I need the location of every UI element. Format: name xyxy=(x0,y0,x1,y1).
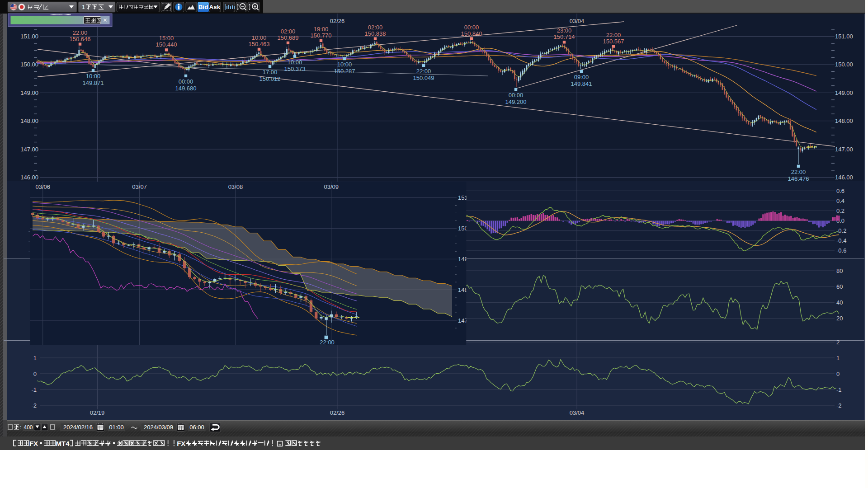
svg-text:150.838: 150.838 xyxy=(365,30,386,37)
svg-text:03/04: 03/04 xyxy=(570,409,585,416)
svg-text:150.840: 150.840 xyxy=(461,30,482,37)
svg-text:149.200: 149.200 xyxy=(505,99,527,105)
svg-text:0.2: 0.2 xyxy=(836,207,844,214)
svg-text:1: 1 xyxy=(836,355,840,361)
svg-text:FX: FX xyxy=(29,440,38,447)
svg-text:60: 60 xyxy=(836,283,843,290)
svg-text:-2: -2 xyxy=(31,402,37,409)
svg-text:146.00: 146.00 xyxy=(835,174,853,181)
svg-text:400: 400 xyxy=(24,424,33,431)
svg-text:03/09: 03/09 xyxy=(324,183,339,190)
svg-text:22:00: 22:00 xyxy=(606,32,621,38)
svg-text:149.841: 149.841 xyxy=(571,80,592,87)
svg-text:150.689: 150.689 xyxy=(278,34,299,41)
svg-text:148.00: 148.00 xyxy=(20,117,38,124)
svg-text:10:00: 10:00 xyxy=(252,34,267,41)
svg-text:150.00: 150.00 xyxy=(20,61,38,68)
svg-text:Bid: Bid xyxy=(198,4,208,10)
svg-text:150.440: 150.440 xyxy=(156,41,177,48)
svg-text:146.00: 146.00 xyxy=(20,174,38,181)
svg-text:01:00: 01:00 xyxy=(109,424,124,431)
svg-text:1: 1 xyxy=(33,355,37,361)
svg-text:151.00: 151.00 xyxy=(835,33,853,40)
svg-text:03/07: 03/07 xyxy=(132,183,147,190)
svg-text:02/19: 02/19 xyxy=(90,409,105,416)
svg-text::: : xyxy=(20,424,22,431)
svg-text:149.00: 149.00 xyxy=(20,89,38,96)
svg-text:15:00: 15:00 xyxy=(159,35,174,42)
svg-text:03/06: 03/06 xyxy=(35,183,50,190)
svg-text:0: 0 xyxy=(836,371,840,377)
svg-text:147.00: 147.00 xyxy=(835,146,853,153)
svg-text:150.567: 150.567 xyxy=(603,38,624,45)
svg-text:02/26: 02/26 xyxy=(330,18,345,24)
svg-text:-0.4: -0.4 xyxy=(836,237,846,244)
svg-text:00:00: 00:00 xyxy=(509,92,524,99)
svg-text:150.770: 150.770 xyxy=(311,32,332,39)
svg-text:149.00: 149.00 xyxy=(835,89,853,96)
svg-text:150.287: 150.287 xyxy=(334,68,355,75)
svg-text:-1: -1 xyxy=(836,386,842,393)
svg-text:-0.6: -0.6 xyxy=(836,247,846,254)
svg-text:22:00: 22:00 xyxy=(791,169,806,175)
svg-text:-2: -2 xyxy=(836,402,842,409)
svg-text:40: 40 xyxy=(836,299,843,306)
svg-text:-1: -1 xyxy=(31,386,37,393)
svg-text:22:00: 22:00 xyxy=(416,68,431,75)
svg-text:09:00: 09:00 xyxy=(574,74,589,80)
svg-text:1: 1 xyxy=(82,4,85,10)
svg-text:22:00: 22:00 xyxy=(320,339,335,346)
svg-text:146.476: 146.476 xyxy=(788,175,809,182)
svg-text:150.00: 150.00 xyxy=(835,61,853,68)
svg-text:150.646: 150.646 xyxy=(70,36,91,42)
svg-text:02/26: 02/26 xyxy=(330,409,345,416)
svg-text:148.00: 148.00 xyxy=(835,117,853,124)
svg-text:150.012: 150.012 xyxy=(259,75,281,82)
svg-text:150.463: 150.463 xyxy=(249,41,270,47)
svg-text:2024/03/09: 2024/03/09 xyxy=(144,424,173,431)
svg-text:06:00: 06:00 xyxy=(189,424,204,431)
svg-text:0.6: 0.6 xyxy=(836,188,844,194)
svg-text:19:00: 19:00 xyxy=(314,26,329,33)
svg-text:23:00: 23:00 xyxy=(557,27,572,34)
svg-text:10:00: 10:00 xyxy=(337,61,352,68)
svg-text:00:00: 00:00 xyxy=(464,24,479,31)
svg-text:150.049: 150.049 xyxy=(413,75,434,81)
svg-text:20: 20 xyxy=(836,315,843,322)
svg-text:2024/02/16: 2024/02/16 xyxy=(63,424,93,431)
svg-text:10:00: 10:00 xyxy=(86,73,101,80)
svg-text:80: 80 xyxy=(836,267,843,274)
svg-text:0.4: 0.4 xyxy=(836,197,844,204)
svg-text:17:00: 17:00 xyxy=(263,69,278,75)
svg-text:Ask: Ask xyxy=(209,4,221,10)
svg-text:150.373: 150.373 xyxy=(284,66,306,72)
svg-text:22:00: 22:00 xyxy=(73,29,88,36)
svg-text:MT4: MT4 xyxy=(56,440,70,447)
svg-text:03/08: 03/08 xyxy=(228,183,243,190)
svg-text:147.00: 147.00 xyxy=(20,146,38,153)
svg-text:00:00: 00:00 xyxy=(179,78,193,85)
svg-text:10:00: 10:00 xyxy=(288,59,302,66)
svg-text:-0.2: -0.2 xyxy=(836,227,846,234)
svg-text:FX: FX xyxy=(177,440,185,447)
svg-text:149.871: 149.871 xyxy=(83,80,104,86)
svg-text:0: 0 xyxy=(33,371,37,377)
svg-text:02:00: 02:00 xyxy=(281,28,296,35)
svg-text:149.680: 149.680 xyxy=(175,85,197,92)
svg-text:150.714: 150.714 xyxy=(554,33,575,40)
svg-text:2: 2 xyxy=(836,339,840,346)
svg-text:151.00: 151.00 xyxy=(20,33,38,40)
svg-text:02:00: 02:00 xyxy=(368,24,383,31)
svg-text:03/04: 03/04 xyxy=(570,18,585,24)
